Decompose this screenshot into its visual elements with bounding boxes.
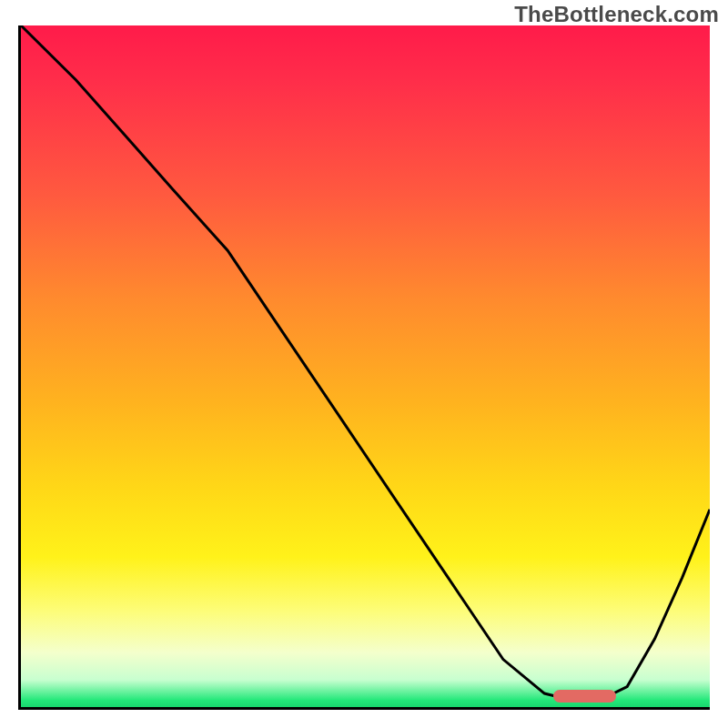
plot-area <box>18 25 710 710</box>
curve-svg <box>21 25 710 707</box>
watermark-text: TheBottleneck.com <box>514 2 719 27</box>
chart-stage: TheBottleneck.com <box>0 0 728 728</box>
optimal-range-marker <box>553 690 615 703</box>
bottleneck-curve-path <box>21 25 710 701</box>
